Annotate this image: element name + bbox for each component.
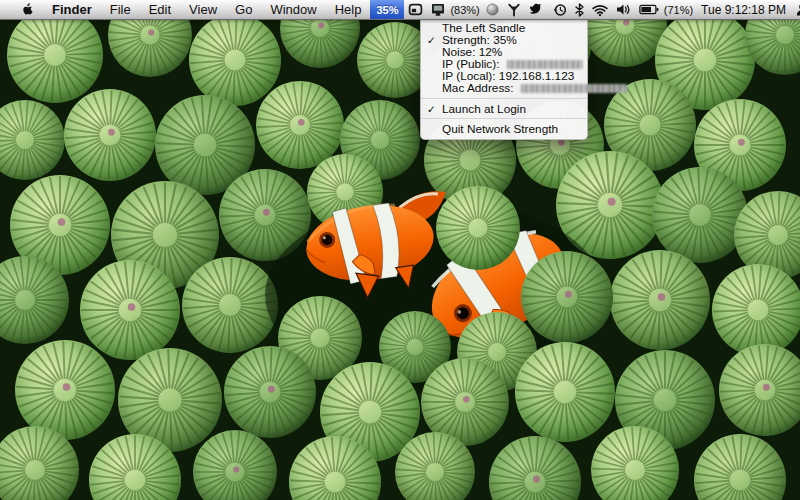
wifi-icon[interactable] — [588, 0, 612, 19]
menu-item-label: Mac Address: — [442, 81, 513, 95]
display-battery-icon[interactable] — [427, 0, 449, 19]
device-battery-percent: (83%) — [449, 4, 481, 16]
menu-edit[interactable]: Edit — [140, 0, 180, 19]
sphere-icon[interactable] — [482, 0, 503, 19]
menu-view[interactable]: View — [180, 0, 226, 19]
wallpaper-image — [0, 0, 800, 500]
menu-finder[interactable]: Finder — [43, 0, 101, 19]
menu-help[interactable]: Help — [326, 0, 371, 19]
volume-icon[interactable] — [612, 0, 635, 19]
checkmark-icon: ✓ — [427, 34, 436, 46]
apple-logo-icon — [21, 2, 34, 17]
user-switching-icon[interactable] — [792, 0, 800, 19]
time-machine-icon[interactable] — [549, 0, 571, 19]
menu-window[interactable]: Window — [261, 0, 325, 19]
redacted-public-ip — [507, 60, 583, 69]
menu-item-label: Launch at Login — [442, 102, 526, 116]
checkmark-icon: ✓ — [427, 103, 436, 115]
menu-bar-status-area: 35% (83%) — [370, 0, 800, 19]
battery-percent: (71%) — [663, 4, 695, 16]
menu-bar: Finder File Edit View Go Window Help 35% — [0, 0, 800, 20]
bluetooth-icon[interactable] — [571, 0, 588, 19]
martini-glass-icon[interactable] — [503, 0, 525, 19]
menu-bar-clock[interactable]: Tue 9:12:18 PM — [695, 3, 792, 17]
menu-go[interactable]: Go — [226, 0, 261, 19]
desktop: Finder File Edit View Go Window Help 35% — [0, 0, 800, 500]
menu-item-mac-address[interactable]: Mac Address: — [421, 82, 587, 94]
twitter-bird-icon[interactable] — [525, 0, 549, 19]
menu-item-label: Quit Network Strength — [442, 122, 558, 136]
menu-separator — [421, 118, 587, 119]
menu-file[interactable]: File — [101, 0, 140, 19]
menu-item-quit[interactable]: Quit Network Strength — [421, 123, 587, 135]
app-window-icon[interactable] — [404, 0, 427, 19]
redacted-mac-address — [521, 84, 627, 93]
network-strength-menu-extra[interactable]: 35% — [370, 0, 404, 19]
menu-bar-left: Finder File Edit View Go Window Help — [0, 0, 370, 19]
apple-menu[interactable] — [12, 0, 43, 19]
network-strength-dropdown: The Left Sandle ✓ Strength: 35% Noise: 1… — [420, 19, 588, 140]
menu-separator — [421, 98, 587, 99]
battery-icon[interactable] — [635, 0, 663, 19]
menu-item-launch-at-login[interactable]: ✓ Launch at Login — [421, 103, 587, 115]
